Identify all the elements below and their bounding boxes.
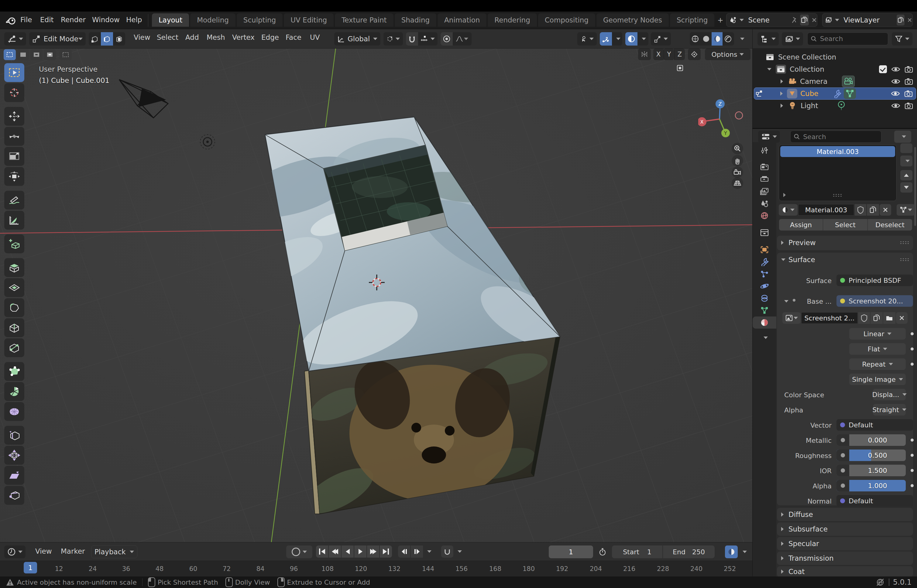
rendered-shading-button[interactable]: [723, 32, 733, 45]
jump-to-start-button[interactable]: [316, 546, 328, 557]
outliner-display-mode-dropdown[interactable]: [757, 32, 779, 45]
color-space-dropdown[interactable]: Displa...: [873, 389, 906, 400]
chevron-down-icon[interactable]: [739, 19, 744, 21]
disable-render-camera-icon[interactable]: [904, 102, 913, 109]
hide-eye-icon[interactable]: [891, 90, 900, 97]
tool-poly-build[interactable]: [4, 362, 24, 381]
vertex-select-button[interactable]: [89, 32, 101, 45]
tool-knife[interactable]: [4, 338, 24, 357]
snap-settings-dropdown[interactable]: [418, 32, 437, 45]
decorator-dot[interactable]: [911, 439, 914, 442]
current-frame-field[interactable]: 1: [549, 546, 593, 558]
outliner-search-input[interactable]: [820, 35, 885, 43]
vector-input-button[interactable]: Default: [836, 419, 913, 431]
tool-measure[interactable]: [4, 211, 24, 229]
expand-icon[interactable]: [780, 91, 783, 96]
step-forward-button[interactable]: [411, 546, 423, 557]
menu-window[interactable]: Window: [90, 16, 121, 24]
tab-scene[interactable]: [753, 197, 776, 210]
diffuse-panel[interactable]: Diffuse: [777, 508, 913, 521]
mesh-data-icon[interactable]: [844, 88, 856, 99]
mirror-icon[interactable]: [638, 48, 651, 60]
properties-editor-type-button[interactable]: [758, 131, 780, 143]
tab-sculpting[interactable]: Sculpting: [237, 13, 283, 27]
outliner-row-camera[interactable]: Camera: [753, 75, 917, 87]
close-icon[interactable]: [811, 16, 817, 24]
slot-list-expand-icon[interactable]: [783, 193, 786, 197]
tab-particles[interactable]: [753, 268, 776, 280]
properties-search-input[interactable]: [802, 133, 878, 141]
wireframe-shading-button[interactable]: [690, 32, 701, 45]
tool-scale[interactable]: [4, 147, 24, 166]
decorator-dot[interactable]: [911, 484, 914, 487]
close-icon[interactable]: [907, 16, 912, 24]
pin-icon[interactable]: [791, 16, 797, 24]
hide-eye-icon[interactable]: [891, 102, 900, 109]
unlink-image-button[interactable]: [896, 312, 907, 324]
overlays-settings-dropdown[interactable]: [637, 32, 648, 45]
scene-icon[interactable]: [729, 16, 737, 24]
select-intersect-mode-button[interactable]: [60, 49, 72, 60]
material-preview-shading-button[interactable]: [712, 32, 723, 45]
tab-material[interactable]: [753, 317, 776, 329]
tab-layout[interactable]: Layout: [152, 13, 189, 27]
tool-shear[interactable]: [4, 466, 24, 485]
decorator-dot[interactable]: [911, 469, 914, 472]
outliner-search[interactable]: [807, 32, 888, 45]
menu-mesh[interactable]: Mesh: [205, 34, 226, 41]
tool-options-dropdown[interactable]: Options: [705, 48, 750, 60]
base-color-decorator-dot[interactable]: [793, 299, 796, 302]
tool-bevel[interactable]: [4, 298, 24, 317]
outliner-row-cube[interactable]: Cube: [754, 87, 916, 100]
play-button[interactable]: [354, 546, 366, 557]
transform-orientation-dropdown[interactable]: Global: [334, 32, 380, 45]
tab-object[interactable]: [753, 244, 776, 256]
menu-help[interactable]: Help: [124, 16, 144, 24]
timeline-menu-marker[interactable]: Marker: [60, 547, 86, 555]
mode-dropdown[interactable]: Edit Mode: [29, 32, 86, 45]
proportional-edit-toggle[interactable]: [441, 32, 453, 45]
solid-shading-button[interactable]: [701, 32, 712, 45]
source-dropdown[interactable]: Single Image: [849, 373, 906, 385]
hide-eye-icon[interactable]: [891, 66, 900, 73]
tool-transform[interactable]: [4, 167, 24, 186]
gizmo-minus-x-axis[interactable]: [735, 112, 742, 119]
shading-options-dropdown[interactable]: [740, 38, 744, 40]
menu-view[interactable]: View: [133, 34, 152, 41]
transmission-panel[interactable]: Transmission: [777, 552, 913, 565]
chevron-down-icon[interactable]: [835, 19, 839, 21]
tool-rotate[interactable]: [4, 127, 24, 146]
tab-rendering[interactable]: Rendering: [488, 13, 537, 27]
menu-add[interactable]: Add: [184, 34, 200, 41]
face-select-button[interactable]: [113, 32, 125, 45]
editor-type-button[interactable]: [4, 32, 26, 45]
material-slot-item[interactable]: Material.003: [780, 146, 895, 157]
base-color-texture-button[interactable]: Screenshot 20...: [836, 295, 913, 307]
outliner-row-scene-collection[interactable]: Scene Collection: [753, 51, 917, 63]
playhead[interactable]: 1: [24, 562, 37, 573]
tab-constraints[interactable]: [753, 292, 776, 304]
timeline-sync-toggle[interactable]: [725, 546, 738, 558]
tool-smooth[interactable]: [4, 402, 24, 421]
select-invert-mode-button[interactable]: [44, 49, 56, 60]
shading-settings-dropdown[interactable]: [651, 32, 671, 45]
ortho-perspective-button[interactable]: [732, 178, 743, 189]
tab-tool[interactable]: [753, 145, 776, 157]
scene-name[interactable]: Scene: [748, 16, 769, 24]
show-overlays-toggle[interactable]: [625, 32, 637, 45]
frame-start-field[interactable]: Start 1: [612, 546, 662, 558]
view-layer-icon[interactable]: [825, 16, 833, 24]
camera-data-icon[interactable]: [842, 76, 855, 87]
base-color-expand-icon[interactable]: [784, 300, 788, 302]
decorator-dot[interactable]: [911, 454, 914, 457]
tab-output[interactable]: [753, 173, 776, 185]
snap-playhead-toggle[interactable]: [441, 546, 453, 557]
ior-slider[interactable]: 1.500: [836, 465, 906, 476]
tool-move[interactable]: [4, 107, 24, 126]
menu-uv[interactable]: UV: [309, 34, 321, 41]
copy-image-button[interactable]: [870, 312, 883, 324]
preview-panel[interactable]: Preview: [777, 236, 913, 250]
tab-collection[interactable]: [753, 226, 776, 239]
tab-data[interactable]: [753, 304, 776, 317]
chevron-down-icon[interactable]: [302, 551, 307, 553]
